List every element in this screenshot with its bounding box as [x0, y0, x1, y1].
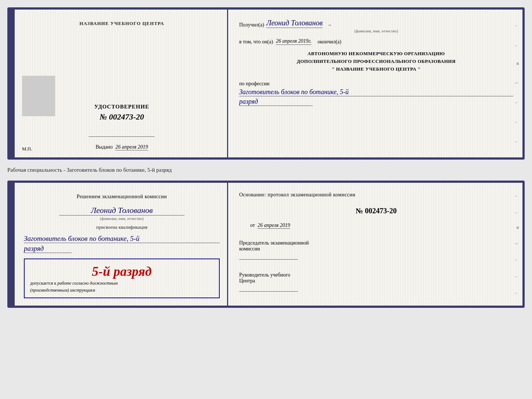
ot-date: 26 апреля 2019 [258, 222, 290, 229]
po-professii-label: по профессии [239, 81, 513, 87]
vydano-row: Выдано 26 апреля 2019 [96, 144, 148, 150]
mp-label: М.П. [22, 146, 32, 152]
top-doc-right: Получил(а) Леонид Толованов – (фамилия, … [228, 10, 522, 157]
mark-i: и [515, 63, 521, 65]
mark1: – [515, 23, 521, 28]
resheniem-text: Решением экзаменационной комиссии [24, 194, 220, 200]
top-document: НАЗВАНИЕ УЧЕБНОГО ЦЕНТРА УДОСТОВЕРЕНИЕ №… [7, 7, 525, 160]
page-wrapper: НАЗВАНИЕ УЧЕБНОГО ЦЕНТРА УДОСТОВЕРЕНИЕ №… [7, 7, 525, 308]
predsedatel-line2: комиссии [239, 246, 513, 252]
vtom-label: в том, что он(а) [239, 39, 273, 45]
mark2: – [515, 43, 521, 47]
vydano-date: 26 апреля 2019 [115, 144, 148, 150]
vtom-row: в том, что он(а) 26 апреля 2019г. окончи… [239, 38, 513, 45]
dopusk-label: допускается к [30, 281, 56, 286]
qualification-block: Заготовитель блоков по ботанике, 5-й раз… [24, 232, 220, 253]
bottom-name-block: Леонид Толованов (фамилия, имя, отчество… [43, 203, 200, 221]
fio-hint-bottom: (фамилия, имя, отчество) [43, 216, 200, 221]
mark4: – [515, 100, 521, 104]
bottom-doc-right: Основание: протокол экзаменационной коми… [228, 183, 522, 306]
predsedatel-line1: Председатель экзаменационной [239, 240, 513, 246]
stamp-box: 5-й разряд допускается к работе согласно… [24, 259, 220, 298]
top-doc-left: НАЗВАНИЕ УЧЕБНОГО ЦЕНТРА УДОСТОВЕРЕНИЕ №… [15, 10, 228, 157]
bmark2: – [515, 210, 521, 214]
razryad-top: разряд [239, 98, 313, 106]
poluchil-block: Получил(а) Леонид Толованов – (фамилия, … [239, 19, 513, 33]
mark5: – [515, 120, 521, 124]
prisvoena-text: присвоена квалификация [96, 224, 147, 230]
mark3: ‹– [515, 80, 521, 85]
person-name-bottom: Леонид Толованов [59, 206, 184, 215]
okonchil-label: окончил(а) [317, 39, 341, 45]
org-block: АВТОНОМНУЮ НЕКОММЕРЧЕСКУЮ ОРГАНИЗАЦИЮ ДО… [239, 50, 513, 73]
mark6: – [515, 139, 521, 143]
doc-spine-top [10, 10, 15, 157]
bmark5: – [515, 274, 521, 278]
osnovanie-row: Основание: протокол экзаменационной коми… [239, 192, 513, 198]
razryad-bottom: разряд [24, 245, 72, 253]
bmark-i: и [515, 227, 521, 229]
bmark6: – [515, 291, 521, 295]
rukovoditel-sign-line [239, 291, 298, 292]
recipient-name-top: Леонид Толованов [266, 19, 323, 28]
rukovoditel-line1: Руководитель учебного [239, 272, 513, 278]
side-marks-bottom: – – и ‹– – – – [515, 183, 521, 306]
instruktsiyam-text: (производственным) инструкциям [30, 288, 95, 293]
bmark1: – [515, 193, 521, 198]
separator-label: Рабочая специальность - Заготовитель бло… [7, 166, 525, 174]
side-marks-top: – – и ‹– – – – [515, 10, 521, 157]
org-line3: " НАЗВАНИЕ УЧЕБНОГО ЦЕНТРА " [239, 65, 513, 73]
stamp-number: 5-й разряд [30, 264, 213, 279]
center-name-top: НАЗВАНИЕ УЧЕБНОГО ЦЕНТРА [79, 21, 164, 26]
ot-row: от 26 апреля 2019 [239, 222, 513, 228]
rukovoditel-line2: Центра [239, 278, 513, 284]
dopuskaetsya-text: допускается к работе согласно должностны… [30, 281, 213, 286]
protocol-number-bottom: № 002473-20 [239, 207, 513, 215]
org-line1: АВТОНОМНУЮ НЕКОММЕРЧЕСКУЮ ОРГАНИЗАЦИЮ [239, 50, 513, 58]
bmark4: – [515, 257, 521, 262]
signature-line-top [89, 136, 155, 137]
predsedatel-block: Председатель экзаменационной комиссии [239, 240, 513, 260]
rabote-text: работе согласно должностным [57, 281, 118, 286]
instruktsiyam-row: (производственным) инструкциям [30, 288, 213, 293]
doc-spine-bottom [10, 183, 15, 306]
bottom-doc-left: Решением экзаменационной комиссии Леонид… [15, 183, 228, 306]
bmark3: ‹– [515, 241, 521, 245]
org-line2: ДОПОЛНИТЕЛЬНОГО ПРОФЕССИОНАЛЬНОГО ОБРАЗО… [239, 58, 513, 65]
photo-placeholder [22, 76, 55, 116]
vtom-date: 26 апреля 2019г. [276, 38, 312, 45]
fio-hint-top: (фамилия, имя, отчество) [239, 29, 513, 33]
rukovoditel-block: Руководитель учебного Центра [239, 272, 513, 292]
bottom-document: Решением экзаменационной комиссии Леонид… [7, 181, 525, 308]
qualification-bottom: Заготовитель блоков по ботанике, 5-й [24, 235, 220, 243]
ot-label: от [250, 222, 255, 228]
profession-block: по профессии Заготовитель блоков по бота… [239, 78, 513, 106]
vydano-label: Выдано [96, 144, 113, 150]
predsedatel-sign-line [239, 259, 298, 260]
poluchil-label: Получил(а) [239, 22, 264, 28]
poluchil-row: Получил(а) Леонид Толованов – [239, 19, 513, 28]
profession-name-top: Заготовитель блоков по ботанике, 5-й [239, 88, 513, 96]
